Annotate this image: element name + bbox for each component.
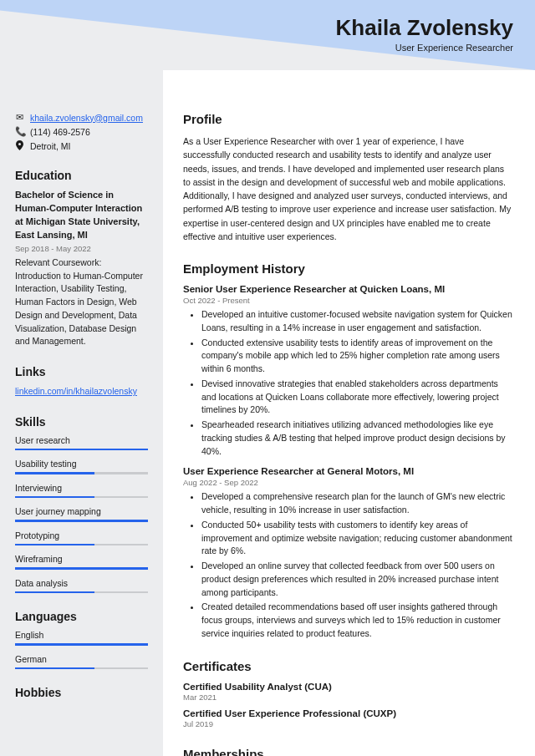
education-body: Relevant Coursework: Introduction to Hum…: [15, 256, 148, 348]
skill-item: Data analysis: [15, 578, 148, 594]
job-title: User Experience Researcher at General Mo…: [183, 466, 513, 476]
job-bullets: Developed an intuitive customer-focused …: [183, 308, 513, 458]
certificate-entry: Certified Usability Analyst (CUA)Mar 202…: [183, 682, 513, 702]
location-icon: [15, 140, 24, 152]
skill-name: User journey mapping: [15, 506, 148, 516]
job-entry: Senior User Experience Researcher at Qui…: [183, 284, 513, 458]
skills-heading: Skills: [15, 415, 148, 429]
skill-item: Wireframing: [15, 554, 148, 570]
skill-item: Prototyping: [15, 530, 148, 546]
job-dates: Aug 2022 - Sep 2022: [183, 478, 513, 487]
certificate-date: Jul 2019: [183, 719, 513, 728]
language-item: German: [15, 654, 148, 670]
person-title: User Experience Researcher: [336, 43, 513, 53]
sidebar: ✉ khaila.zvolensky@gmail.com 📞 (114) 469…: [0, 70, 163, 756]
job-bullet: Created detailed recommendations based o…: [201, 601, 513, 640]
skill-bar: [15, 472, 148, 474]
skill-name: Usability testing: [15, 459, 148, 469]
job-bullet: Conducted extensive usability tests to i…: [201, 337, 513, 376]
languages-heading: Languages: [15, 610, 148, 623]
profile-heading: Profile: [183, 112, 513, 126]
job-bullet: Spearheaded research initiatives utilizi…: [201, 419, 513, 458]
contact-email-row: ✉ khaila.zvolensky@gmail.com: [15, 112, 148, 123]
education-dates: Sep 2018 - May 2022: [15, 244, 148, 253]
skill-item: Interviewing: [15, 483, 148, 499]
language-name: German: [15, 654, 148, 664]
skill-name: Data analysis: [15, 578, 148, 588]
employment-heading: Employment History: [183, 261, 513, 276]
job-bullet: Devised innovative strategies that enabl…: [201, 378, 513, 417]
skill-name: Interviewing: [15, 483, 148, 493]
person-name: Khaila Zvolensky: [336, 15, 513, 41]
job-bullet: Conducted 50+ usability tests with custo…: [201, 519, 513, 558]
job-bullets: Developed a comprehensive research plan …: [183, 490, 513, 640]
hobbies-heading: Hobbies: [15, 686, 148, 699]
memberships-heading: Memberships: [183, 747, 513, 756]
language-bar: [15, 643, 148, 646]
linkedin-link[interactable]: linkedin.com/in/khailazvolensky: [15, 386, 137, 396]
job-entry: User Experience Researcher at General Mo…: [183, 466, 513, 640]
job-title: Senior User Experience Researcher at Qui…: [183, 284, 513, 294]
skill-item: User research: [15, 435, 148, 451]
education-heading: Education: [15, 169, 148, 182]
job-bullet: Developed a comprehensive research plan …: [201, 490, 513, 517]
contact-location-row: Detroit, MI: [15, 140, 148, 152]
skill-bar: [15, 520, 148, 522]
skill-item: Usability testing: [15, 459, 148, 474]
header-banner: Khaila Zvolensky User Experience Researc…: [0, 0, 535, 70]
skill-bar: [15, 544, 148, 546]
contact-phone: (114) 469-2576: [30, 127, 90, 137]
language-bar: [15, 667, 148, 670]
skill-item: User journey mapping: [15, 506, 148, 522]
job-bullet: Developed an intuitive customer-focused …: [201, 308, 513, 335]
education-degree: Bachelor of Science in Human-Computer In…: [15, 189, 148, 242]
skill-name: Prototyping: [15, 530, 148, 540]
phone-icon: 📞: [15, 126, 24, 137]
certificate-title: Certified User Experience Professional (…: [183, 708, 513, 718]
links-heading: Links: [15, 365, 148, 378]
language-name: English: [15, 630, 148, 640]
skill-bar: [15, 449, 148, 451]
job-bullet: Developed an online survey that collecte…: [201, 560, 513, 599]
skill-name: Wireframing: [15, 554, 148, 564]
email-icon: ✉: [15, 112, 24, 123]
skill-name: User research: [15, 435, 148, 445]
job-dates: Oct 2022 - Present: [183, 296, 513, 305]
contact-phone-row: 📞 (114) 469-2576: [15, 126, 148, 137]
certificate-date: Mar 2021: [183, 693, 513, 702]
skill-bar: [15, 496, 148, 499]
certificate-title: Certified Usability Analyst (CUA): [183, 682, 513, 692]
contact-location: Detroit, MI: [30, 141, 70, 151]
skill-bar: [15, 591, 148, 594]
skill-bar: [15, 567, 148, 570]
contact-email[interactable]: khaila.zvolensky@gmail.com: [30, 113, 143, 123]
main-content: Profile As a User Experience Researcher …: [163, 70, 535, 756]
language-item: English: [15, 630, 148, 646]
certificate-entry: Certified User Experience Professional (…: [183, 708, 513, 728]
profile-text: As a User Experience Researcher with ove…: [183, 134, 513, 243]
certificates-heading: Certificates: [183, 659, 513, 673]
